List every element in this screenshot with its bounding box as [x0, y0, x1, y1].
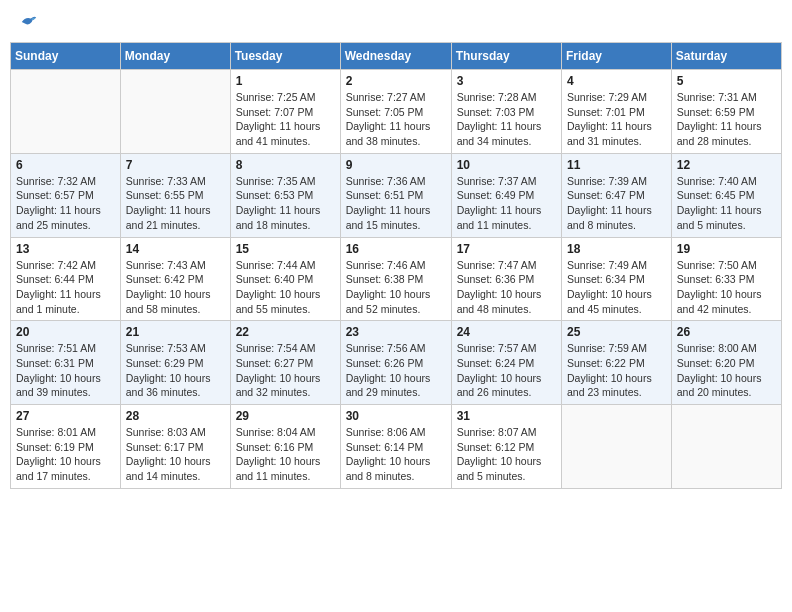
calendar-cell: 24Sunrise: 7:57 AMSunset: 6:24 PMDayligh… — [451, 321, 561, 405]
day-info: Sunrise: 7:51 AMSunset: 6:31 PMDaylight:… — [16, 341, 115, 400]
calendar-cell: 5Sunrise: 7:31 AMSunset: 6:59 PMDaylight… — [671, 70, 781, 154]
day-number: 30 — [346, 409, 446, 423]
calendar-cell: 1Sunrise: 7:25 AMSunset: 7:07 PMDaylight… — [230, 70, 340, 154]
calendar-cell: 13Sunrise: 7:42 AMSunset: 6:44 PMDayligh… — [11, 237, 121, 321]
calendar-cell: 28Sunrise: 8:03 AMSunset: 6:17 PMDayligh… — [120, 405, 230, 489]
calendar-cell: 30Sunrise: 8:06 AMSunset: 6:14 PMDayligh… — [340, 405, 451, 489]
calendar-cell: 26Sunrise: 8:00 AMSunset: 6:20 PMDayligh… — [671, 321, 781, 405]
day-number: 22 — [236, 325, 335, 339]
day-info: Sunrise: 7:27 AMSunset: 7:05 PMDaylight:… — [346, 90, 446, 149]
day-info: Sunrise: 7:40 AMSunset: 6:45 PMDaylight:… — [677, 174, 776, 233]
day-number: 27 — [16, 409, 115, 423]
day-number: 14 — [126, 242, 225, 256]
day-number: 3 — [457, 74, 556, 88]
day-number: 29 — [236, 409, 335, 423]
weekday-header-tuesday: Tuesday — [230, 43, 340, 70]
day-info: Sunrise: 8:04 AMSunset: 6:16 PMDaylight:… — [236, 425, 335, 484]
calendar-week-row: 6Sunrise: 7:32 AMSunset: 6:57 PMDaylight… — [11, 153, 782, 237]
day-number: 17 — [457, 242, 556, 256]
day-number: 20 — [16, 325, 115, 339]
day-info: Sunrise: 7:42 AMSunset: 6:44 PMDaylight:… — [16, 258, 115, 317]
calendar-cell: 8Sunrise: 7:35 AMSunset: 6:53 PMDaylight… — [230, 153, 340, 237]
calendar-cell: 7Sunrise: 7:33 AMSunset: 6:55 PMDaylight… — [120, 153, 230, 237]
day-number: 26 — [677, 325, 776, 339]
day-number: 16 — [346, 242, 446, 256]
calendar-week-row: 27Sunrise: 8:01 AMSunset: 6:19 PMDayligh… — [11, 405, 782, 489]
calendar-table: SundayMondayTuesdayWednesdayThursdayFrid… — [10, 42, 782, 489]
calendar-cell: 2Sunrise: 7:27 AMSunset: 7:05 PMDaylight… — [340, 70, 451, 154]
day-info: Sunrise: 8:03 AMSunset: 6:17 PMDaylight:… — [126, 425, 225, 484]
day-number: 11 — [567, 158, 666, 172]
day-info: Sunrise: 7:28 AMSunset: 7:03 PMDaylight:… — [457, 90, 556, 149]
day-number: 9 — [346, 158, 446, 172]
calendar-cell: 31Sunrise: 8:07 AMSunset: 6:12 PMDayligh… — [451, 405, 561, 489]
day-number: 15 — [236, 242, 335, 256]
day-number: 4 — [567, 74, 666, 88]
day-info: Sunrise: 8:07 AMSunset: 6:12 PMDaylight:… — [457, 425, 556, 484]
calendar-cell: 6Sunrise: 7:32 AMSunset: 6:57 PMDaylight… — [11, 153, 121, 237]
logo-bird-icon — [20, 14, 38, 30]
calendar-cell: 21Sunrise: 7:53 AMSunset: 6:29 PMDayligh… — [120, 321, 230, 405]
day-number: 8 — [236, 158, 335, 172]
day-info: Sunrise: 7:59 AMSunset: 6:22 PMDaylight:… — [567, 341, 666, 400]
calendar-cell: 17Sunrise: 7:47 AMSunset: 6:36 PMDayligh… — [451, 237, 561, 321]
calendar-cell: 15Sunrise: 7:44 AMSunset: 6:40 PMDayligh… — [230, 237, 340, 321]
day-info: Sunrise: 7:43 AMSunset: 6:42 PMDaylight:… — [126, 258, 225, 317]
day-number: 7 — [126, 158, 225, 172]
day-info: Sunrise: 7:32 AMSunset: 6:57 PMDaylight:… — [16, 174, 115, 233]
calendar-cell: 23Sunrise: 7:56 AMSunset: 6:26 PMDayligh… — [340, 321, 451, 405]
day-number: 2 — [346, 74, 446, 88]
page-header — [10, 10, 782, 34]
calendar-cell: 25Sunrise: 7:59 AMSunset: 6:22 PMDayligh… — [562, 321, 672, 405]
calendar-cell: 20Sunrise: 7:51 AMSunset: 6:31 PMDayligh… — [11, 321, 121, 405]
calendar-week-row: 20Sunrise: 7:51 AMSunset: 6:31 PMDayligh… — [11, 321, 782, 405]
calendar-week-row: 13Sunrise: 7:42 AMSunset: 6:44 PMDayligh… — [11, 237, 782, 321]
day-info: Sunrise: 7:46 AMSunset: 6:38 PMDaylight:… — [346, 258, 446, 317]
calendar-cell: 11Sunrise: 7:39 AMSunset: 6:47 PMDayligh… — [562, 153, 672, 237]
weekday-header-friday: Friday — [562, 43, 672, 70]
day-number: 1 — [236, 74, 335, 88]
calendar-cell: 29Sunrise: 8:04 AMSunset: 6:16 PMDayligh… — [230, 405, 340, 489]
day-info: Sunrise: 7:53 AMSunset: 6:29 PMDaylight:… — [126, 341, 225, 400]
day-number: 12 — [677, 158, 776, 172]
day-number: 21 — [126, 325, 225, 339]
day-info: Sunrise: 7:57 AMSunset: 6:24 PMDaylight:… — [457, 341, 556, 400]
day-number: 24 — [457, 325, 556, 339]
day-info: Sunrise: 7:25 AMSunset: 7:07 PMDaylight:… — [236, 90, 335, 149]
weekday-header-saturday: Saturday — [671, 43, 781, 70]
day-number: 13 — [16, 242, 115, 256]
calendar-cell: 14Sunrise: 7:43 AMSunset: 6:42 PMDayligh… — [120, 237, 230, 321]
day-info: Sunrise: 7:47 AMSunset: 6:36 PMDaylight:… — [457, 258, 556, 317]
calendar-week-row: 1Sunrise: 7:25 AMSunset: 7:07 PMDaylight… — [11, 70, 782, 154]
calendar-cell: 19Sunrise: 7:50 AMSunset: 6:33 PMDayligh… — [671, 237, 781, 321]
day-info: Sunrise: 7:36 AMSunset: 6:51 PMDaylight:… — [346, 174, 446, 233]
day-info: Sunrise: 7:29 AMSunset: 7:01 PMDaylight:… — [567, 90, 666, 149]
day-number: 18 — [567, 242, 666, 256]
day-number: 23 — [346, 325, 446, 339]
day-info: Sunrise: 7:56 AMSunset: 6:26 PMDaylight:… — [346, 341, 446, 400]
calendar-cell: 18Sunrise: 7:49 AMSunset: 6:34 PMDayligh… — [562, 237, 672, 321]
calendar-cell — [11, 70, 121, 154]
calendar-cell: 9Sunrise: 7:36 AMSunset: 6:51 PMDaylight… — [340, 153, 451, 237]
day-number: 31 — [457, 409, 556, 423]
day-info: Sunrise: 7:37 AMSunset: 6:49 PMDaylight:… — [457, 174, 556, 233]
calendar-cell: 27Sunrise: 8:01 AMSunset: 6:19 PMDayligh… — [11, 405, 121, 489]
day-info: Sunrise: 7:54 AMSunset: 6:27 PMDaylight:… — [236, 341, 335, 400]
day-number: 25 — [567, 325, 666, 339]
calendar-header-row: SundayMondayTuesdayWednesdayThursdayFrid… — [11, 43, 782, 70]
calendar-cell: 3Sunrise: 7:28 AMSunset: 7:03 PMDaylight… — [451, 70, 561, 154]
weekday-header-wednesday: Wednesday — [340, 43, 451, 70]
day-number: 5 — [677, 74, 776, 88]
day-info: Sunrise: 7:39 AMSunset: 6:47 PMDaylight:… — [567, 174, 666, 233]
calendar-cell — [120, 70, 230, 154]
logo — [16, 14, 38, 30]
day-info: Sunrise: 7:31 AMSunset: 6:59 PMDaylight:… — [677, 90, 776, 149]
day-number: 6 — [16, 158, 115, 172]
day-info: Sunrise: 7:33 AMSunset: 6:55 PMDaylight:… — [126, 174, 225, 233]
day-info: Sunrise: 7:44 AMSunset: 6:40 PMDaylight:… — [236, 258, 335, 317]
calendar-cell: 22Sunrise: 7:54 AMSunset: 6:27 PMDayligh… — [230, 321, 340, 405]
weekday-header-thursday: Thursday — [451, 43, 561, 70]
day-info: Sunrise: 8:06 AMSunset: 6:14 PMDaylight:… — [346, 425, 446, 484]
day-info: Sunrise: 7:35 AMSunset: 6:53 PMDaylight:… — [236, 174, 335, 233]
day-number: 10 — [457, 158, 556, 172]
